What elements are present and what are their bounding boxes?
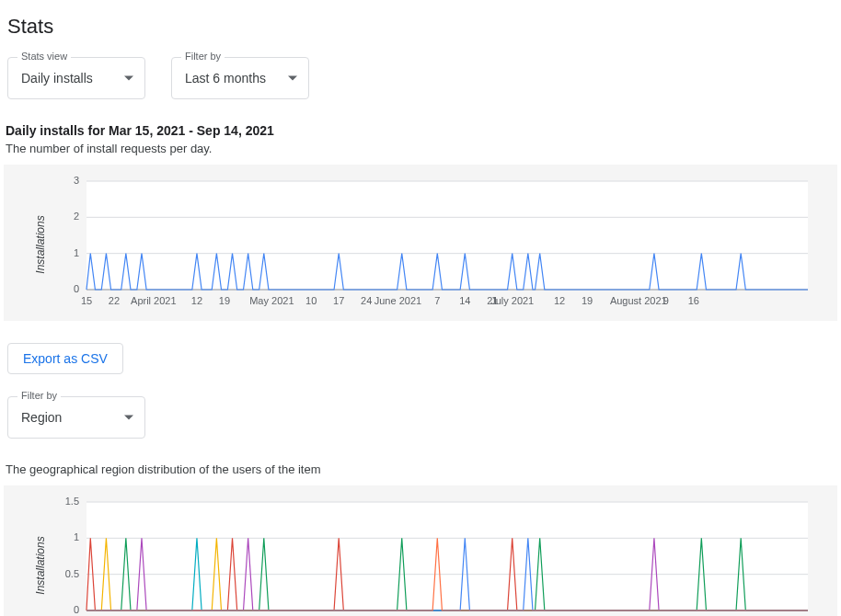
svg-text:July 2021: July 2021 [490,295,534,306]
svg-text:August 2021: August 2021 [610,295,667,306]
svg-rect-29 [86,502,808,610]
svg-text:9: 9 [663,295,669,306]
caret-down-icon [124,416,133,420]
svg-text:12: 12 [191,295,202,306]
stats-view-value: Daily installs [21,71,93,86]
chart1-subtitle: The number of install requests per day. [6,142,837,155]
page-title: Stats [7,15,837,39]
chart1-block: Installations 01231522April 20211219May … [4,165,837,321]
svg-text:16: 16 [688,295,699,306]
svg-text:19: 19 [219,295,230,306]
svg-text:15: 15 [81,295,92,306]
chart1-svg: 01231522April 20211219May 2021101724June… [17,176,817,314]
svg-text:June 2021: June 2021 [374,295,421,306]
svg-text:22: 22 [109,295,120,306]
region-filter-row: Filter by Region [7,396,837,439]
svg-text:1: 1 [74,531,79,542]
svg-text:April 2021: April 2021 [131,295,177,306]
chart2-svg: 00.511.51522April 20211219May 2021101724… [17,496,817,616]
svg-text:2: 2 [74,211,79,222]
svg-text:10: 10 [305,295,317,306]
svg-text:1: 1 [74,247,79,258]
svg-text:1.5: 1.5 [65,496,79,507]
time-filter-value: Last 6 months [185,71,266,86]
stats-view-label: Stats view [17,51,71,62]
svg-text:May 2021: May 2021 [249,295,294,306]
region-filter-select[interactable]: Filter by Region [7,396,145,439]
chart2-subtitle: The geographical region distribution of … [6,462,837,476]
svg-text:3: 3 [74,176,79,186]
svg-text:0: 0 [74,604,79,615]
chart2-ylabel: Installations [34,536,47,594]
svg-text:12: 12 [554,295,565,306]
chart2-block: Installations 00.511.51522April 20211219… [4,485,837,616]
svg-text:0: 0 [74,283,79,294]
svg-text:0.5: 0.5 [65,568,79,579]
region-filter-value: Region [21,410,62,425]
chart1-title: Daily installs for Mar 15, 2021 - Sep 14… [6,123,837,138]
svg-text:7: 7 [434,295,440,306]
svg-text:19: 19 [582,295,593,306]
region-filter-label: Filter by [17,390,61,401]
svg-text:14: 14 [459,295,470,306]
filters-row: Stats view Daily installs Filter by Last… [7,57,837,99]
export-csv-button[interactable]: Export as CSV [7,343,123,374]
svg-text:17: 17 [333,295,344,306]
time-filter-select[interactable]: Filter by Last 6 months [171,57,309,99]
stats-view-select[interactable]: Stats view Daily installs [7,57,145,99]
svg-text:24: 24 [361,295,372,306]
chart1-ylabel: Installations [34,215,47,273]
time-filter-label: Filter by [181,51,225,62]
caret-down-icon [288,76,297,81]
caret-down-icon [124,76,133,81]
